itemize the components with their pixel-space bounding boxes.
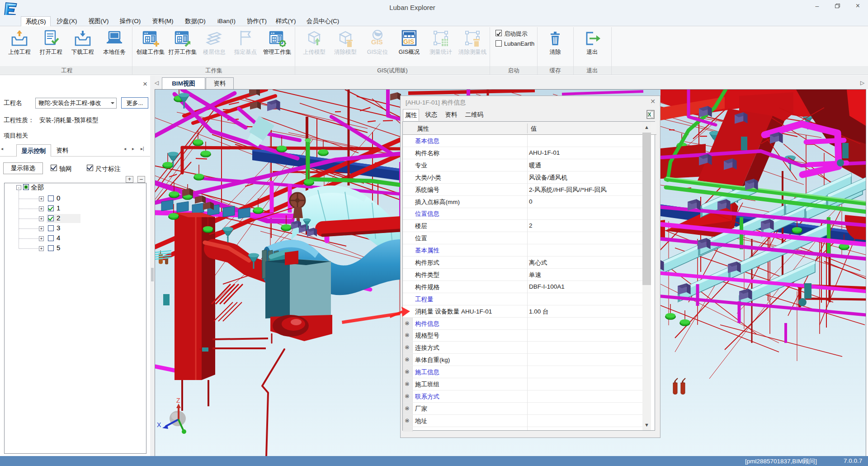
svg-text:Z: Z — [176, 397, 180, 404]
svg-text:GIS: GIS — [371, 38, 383, 46]
svg-text:GIS: GIS — [403, 38, 414, 45]
svg-text:X: X — [157, 421, 161, 428]
svg-text:X: X — [648, 112, 651, 117]
